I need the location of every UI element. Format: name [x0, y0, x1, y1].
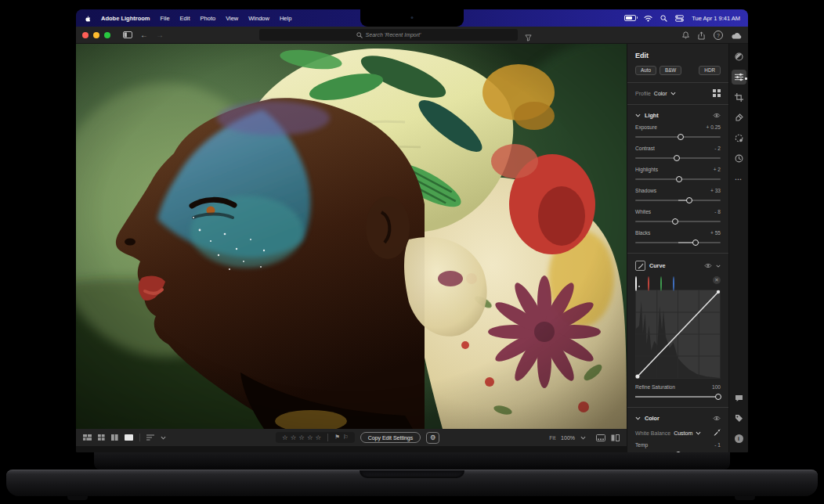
- comments-icon[interactable]: [732, 391, 746, 405]
- star-icon-2[interactable]: ☆: [291, 434, 297, 441]
- contrast-slider-thumb[interactable]: [674, 155, 680, 161]
- photo-canvas[interactable]: [76, 44, 627, 429]
- close-button[interactable]: [82, 32, 89, 38]
- menu-help[interactable]: Help: [280, 15, 291, 22]
- white-balance-eyedropper-icon[interactable]: [714, 429, 721, 437]
- star-icon-4[interactable]: ☆: [307, 434, 313, 441]
- bw-button[interactable]: B&W: [660, 66, 681, 75]
- masking-tool-icon[interactable]: [732, 131, 746, 146]
- healing-tool-icon[interactable]: [732, 110, 746, 125]
- light-section-title[interactable]: Light: [645, 112, 659, 119]
- curve-reset-icon[interactable]: ✕: [713, 276, 721, 284]
- crop-tool-icon[interactable]: [732, 90, 746, 105]
- profile-value[interactable]: Color: [654, 91, 667, 96]
- star-icon-3[interactable]: ☆: [298, 434, 305, 441]
- curve-section-title[interactable]: Curve: [649, 262, 665, 269]
- forward-button[interactable]: →: [156, 31, 164, 39]
- light-collapse-chevron[interactable]: [635, 113, 641, 117]
- highlights-slider-thumb[interactable]: [676, 176, 682, 182]
- sidebar-toggle-icon[interactable]: [123, 31, 132, 38]
- more-tools-icon[interactable]: •••: [732, 171, 746, 186]
- exposure-value: + 0.25: [706, 124, 721, 130]
- battery-icon[interactable]: [624, 15, 636, 22]
- light-visibility-eye-icon[interactable]: [713, 113, 721, 118]
- sort-chevron-icon[interactable]: [161, 436, 166, 440]
- filmstrip-toggle-icon[interactable]: [596, 434, 605, 441]
- detail-view-icon[interactable]: [125, 434, 133, 441]
- curve-visibility-eye-icon[interactable]: [704, 263, 712, 268]
- blacks-slider-row: Blacks+ 55: [635, 230, 721, 246]
- filter-icon[interactable]: [525, 31, 532, 45]
- curve-channel-red[interactable]: [648, 276, 649, 291]
- menu-photo[interactable]: Photo: [201, 15, 216, 22]
- settings-gear-button[interactable]: ⚙: [426, 432, 439, 444]
- white-balance-value[interactable]: Custom: [674, 430, 692, 436]
- sort-icon[interactable]: [146, 434, 154, 441]
- star-icon-5[interactable]: ☆: [316, 434, 322, 441]
- star-icon-1[interactable]: ☆: [282, 434, 288, 441]
- color-section-title[interactable]: Color: [645, 415, 660, 422]
- versions-history-icon[interactable]: [732, 151, 746, 166]
- copy-edit-settings-button[interactable]: Copy Edit Settings: [360, 432, 421, 443]
- contrast-slider[interactable]: [635, 154, 721, 161]
- zoom-button[interactable]: [104, 32, 110, 38]
- cloud-sync-icon[interactable]: [732, 32, 742, 39]
- hdr-button[interactable]: HDR: [699, 66, 721, 75]
- star-rating[interactable]: ☆☆☆☆☆ ⚑ ⚐: [276, 432, 355, 443]
- presets-icon[interactable]: [732, 49, 746, 64]
- help-icon[interactable]: ?: [714, 31, 723, 40]
- blacks-slider[interactable]: [635, 239, 721, 246]
- profile-chevron-icon[interactable]: [670, 92, 676, 95]
- zoom-level-value[interactable]: 100%: [561, 435, 575, 441]
- color-collapse-chevron[interactable]: [635, 416, 641, 420]
- shadows-slider-thumb[interactable]: [686, 197, 692, 203]
- blacks-slider-thumb[interactable]: [692, 239, 699, 246]
- auto-button[interactable]: Auto: [635, 66, 656, 75]
- curve-channel-green[interactable]: [660, 276, 662, 291]
- menu-file[interactable]: File: [161, 15, 170, 22]
- refine-saturation-slider[interactable]: [635, 393, 721, 400]
- contrast-label: Contrast: [635, 146, 655, 151]
- shadows-slider[interactable]: [635, 196, 721, 203]
- blacks-label: Blacks: [635, 230, 650, 236]
- highlights-slider[interactable]: [635, 175, 721, 182]
- compare-view-icon[interactable]: [111, 434, 118, 441]
- share-icon[interactable]: [698, 31, 705, 40]
- info-icon[interactable]: i: [732, 431, 746, 446]
- square-grid-view-icon[interactable]: [98, 434, 105, 441]
- curve-channel-all[interactable]: [635, 276, 637, 291]
- lightroom-window: ← → Search 'Recent Import': [76, 27, 748, 452]
- search-input[interactable]: Search 'Recent Import': [259, 29, 518, 41]
- menu-edit[interactable]: Edit: [180, 15, 190, 22]
- zoom-chevron-icon[interactable]: [580, 436, 586, 440]
- wifi-icon[interactable]: [644, 15, 652, 22]
- refine-saturation-slider-thumb[interactable]: [715, 394, 721, 400]
- edit-tool-icon[interactable]: [732, 70, 746, 85]
- white-balance-chevron[interactable]: [696, 431, 701, 435]
- control-center-icon[interactable]: [675, 15, 684, 22]
- pick-flag-icon[interactable]: ⚑: [334, 434, 340, 441]
- before-after-icon[interactable]: [611, 434, 620, 441]
- notifications-bell-icon[interactable]: [682, 31, 689, 39]
- exposure-slider[interactable]: [635, 133, 721, 140]
- spotlight-search-icon[interactable]: [660, 15, 667, 22]
- photo-grid-view-icon[interactable]: [83, 434, 92, 441]
- menu-window[interactable]: Window: [248, 15, 269, 22]
- menu-bar-clock[interactable]: Tue Apr 1 9:41 AM: [692, 15, 740, 22]
- back-button[interactable]: ←: [140, 31, 148, 39]
- browse-profiles-icon[interactable]: [713, 89, 721, 97]
- curve-collapse-chevron[interactable]: [716, 265, 721, 268]
- color-visibility-eye-icon[interactable]: [713, 416, 721, 421]
- reject-flag-icon[interactable]: ⚐: [343, 434, 349, 441]
- curve-channel-blue[interactable]: [673, 276, 674, 291]
- whites-slider[interactable]: [635, 218, 721, 225]
- menu-view[interactable]: View: [226, 15, 238, 22]
- keywords-tag-icon[interactable]: [732, 411, 746, 426]
- minimize-button[interactable]: [93, 32, 99, 38]
- tone-curve-graph[interactable]: [635, 290, 721, 379]
- exposure-slider-thumb[interactable]: [678, 134, 684, 140]
- apple-menu-icon[interactable]: [84, 14, 91, 23]
- zoom-fit-label[interactable]: Fit: [549, 435, 555, 441]
- whites-slider-thumb[interactable]: [672, 218, 678, 225]
- menu-app-name[interactable]: Adobe Lightroom: [101, 15, 150, 22]
